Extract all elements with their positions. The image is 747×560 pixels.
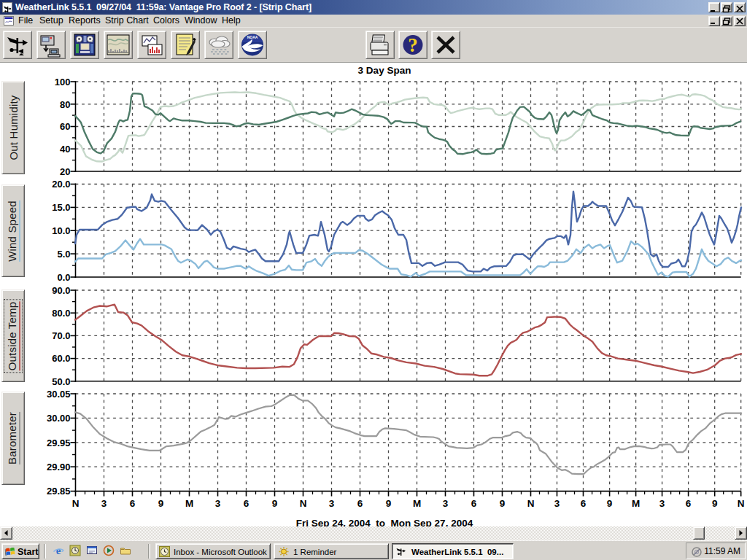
svg-text:M: M xyxy=(185,498,193,509)
svg-text:3: 3 xyxy=(329,498,335,509)
svg-text:3: 3 xyxy=(101,498,107,509)
svg-text:5.0: 5.0 xyxy=(57,249,70,260)
svg-text:60: 60 xyxy=(60,121,70,132)
svg-text:9: 9 xyxy=(272,498,278,509)
svg-text:6: 6 xyxy=(357,498,363,509)
svg-text:?: ? xyxy=(408,34,418,56)
svg-text:29.85: 29.85 xyxy=(47,486,71,497)
svg-text:6: 6 xyxy=(471,498,477,509)
svg-text:15.0: 15.0 xyxy=(52,202,70,213)
svg-text:9: 9 xyxy=(386,498,392,509)
svg-text:3: 3 xyxy=(215,498,221,509)
svg-text:3 Day Span: 3 Day Span xyxy=(358,65,411,76)
svg-text:70.0: 70.0 xyxy=(52,330,70,341)
svg-text:6: 6 xyxy=(130,498,136,509)
svg-text:e: e xyxy=(56,545,61,556)
svg-text:30.05: 30.05 xyxy=(47,389,71,400)
svg-text:3: 3 xyxy=(554,498,560,509)
svg-text:6: 6 xyxy=(244,498,249,509)
svg-text:N: N xyxy=(738,498,745,509)
svg-text:80.0: 80.0 xyxy=(52,308,70,319)
svg-text:60.0: 60.0 xyxy=(52,353,70,364)
svg-text:30.00: 30.00 xyxy=(47,413,71,424)
svg-text:0.0: 0.0 xyxy=(57,272,70,283)
svg-text:NOAA: NOAA xyxy=(247,35,258,39)
svg-text:3: 3 xyxy=(443,498,449,509)
svg-text:90.0: 90.0 xyxy=(52,285,70,296)
svg-text:9: 9 xyxy=(607,498,613,509)
svg-text:9: 9 xyxy=(500,498,506,509)
svg-text:N: N xyxy=(300,498,307,509)
svg-text:N: N xyxy=(72,498,80,509)
svg-text:N: N xyxy=(527,498,535,509)
svg-text:100: 100 xyxy=(55,77,71,88)
svg-text:3: 3 xyxy=(659,498,665,509)
svg-text:6: 6 xyxy=(581,498,587,509)
svg-text:9: 9 xyxy=(158,498,164,509)
svg-text:20.0: 20.0 xyxy=(52,179,70,190)
svg-text:6: 6 xyxy=(686,498,692,509)
svg-text:80: 80 xyxy=(60,99,70,110)
svg-text:29.90: 29.90 xyxy=(47,462,71,472)
svg-text:9: 9 xyxy=(712,498,718,509)
svg-text:10.0: 10.0 xyxy=(52,225,70,236)
svg-text:40: 40 xyxy=(60,144,70,155)
svg-text:M: M xyxy=(632,498,640,509)
svg-text:29.95: 29.95 xyxy=(47,438,71,448)
svg-text:50.0: 50.0 xyxy=(52,376,70,387)
svg-text:M: M xyxy=(413,498,421,509)
svg-text:20: 20 xyxy=(60,166,70,177)
